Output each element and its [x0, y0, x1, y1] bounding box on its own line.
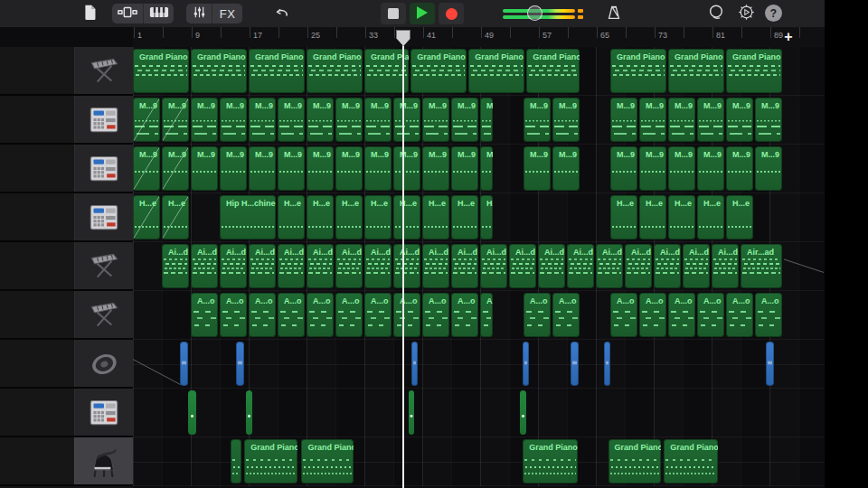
audio-region[interactable] [604, 342, 611, 386]
track-lane-2[interactable]: M...9M...9M...9M...9M...9M...9M...9M...9… [133, 96, 825, 145]
midi-region[interactable]: Grand Piano [244, 439, 297, 483]
midi-region[interactable]: M...9 [162, 146, 189, 191]
midi-region[interactable]: H...e [639, 195, 666, 239]
midi-region[interactable]: Grand Piano [668, 49, 724, 93]
midi-region[interactable]: A...o [524, 293, 551, 337]
midi-region[interactable]: Ai...d [422, 244, 449, 288]
midi-region[interactable]: Ai...d [278, 244, 305, 288]
midi-region[interactable]: Air...ad [741, 244, 782, 288]
midi-region[interactable]: M...9 [639, 98, 666, 142]
midi-region[interactable]: H...e [451, 195, 478, 239]
midi-region[interactable]: A...o [480, 293, 493, 337]
midi-region[interactable]: Ai...d [625, 244, 652, 288]
midi-region[interactable]: Ai...d [249, 244, 276, 288]
midi-region[interactable]: H...e [610, 195, 637, 239]
midi-region[interactable] [246, 390, 253, 435]
midi-region[interactable]: M...9 [220, 146, 247, 191]
midi-region[interactable]: M...9 [335, 98, 363, 142]
midi-region[interactable]: H...e [278, 195, 305, 239]
midi-region[interactable]: Ai...d [393, 244, 420, 288]
midi-region[interactable]: A...o [552, 293, 580, 337]
midi-region[interactable]: H...e [335, 195, 363, 239]
track-header-2[interactable] [0, 96, 133, 145]
midi-region[interactable]: M...9 [726, 146, 753, 191]
track-header-8[interactable] [0, 389, 133, 437]
help-button[interactable]: ? [765, 5, 782, 22]
timeline-ruler[interactable]: + 1917253341495765738189 [133, 27, 825, 47]
midi-region[interactable]: M...9 [552, 98, 580, 142]
midi-region[interactable]: Grand Piano [468, 49, 524, 93]
tracks-view-button[interactable] [112, 4, 143, 23]
midi-region[interactable]: A...o [697, 293, 724, 337]
midi-region[interactable]: Ai...d [654, 244, 681, 288]
play-button[interactable] [410, 3, 435, 24]
midi-region[interactable]: M...9 [755, 146, 782, 191]
midi-region[interactable]: H...e [393, 195, 420, 239]
midi-region[interactable]: M...9 [335, 146, 363, 191]
midi-region[interactable]: M...9 [697, 146, 724, 191]
midi-region[interactable]: M...9 [278, 98, 305, 142]
midi-region[interactable]: M...9 [220, 98, 247, 142]
midi-region[interactable]: Ai...d [191, 244, 218, 288]
audio-region[interactable] [236, 342, 243, 386]
instrument-view-button[interactable] [143, 4, 174, 23]
midi-region[interactable]: M...9 [364, 146, 392, 191]
midi-region[interactable]: Grand Piano [191, 49, 247, 93]
midi-region[interactable]: Ai...d [220, 244, 247, 288]
midi-region[interactable]: Ai...d [567, 244, 594, 288]
audio-region[interactable] [523, 342, 529, 386]
midi-region[interactable]: M...9 [480, 146, 493, 191]
midi-region[interactable]: H...e [480, 195, 493, 239]
midi-region[interactable]: M...9 [422, 98, 449, 142]
midi-region[interactable]: A...o [191, 293, 218, 337]
midi-region[interactable]: M...9 [610, 146, 637, 191]
volume-knob[interactable] [527, 5, 542, 21]
track-lane-8[interactable] [133, 389, 825, 437]
midi-region[interactable]: Ai...d [364, 244, 392, 288]
fx-button[interactable]: FX [212, 4, 242, 23]
midi-region[interactable]: M...9 [668, 146, 695, 191]
track-lane-3[interactable]: M...9M...9M...9M...9M...9M...9M...9M...9… [133, 145, 825, 193]
midi-region[interactable]: M...9 [422, 146, 449, 191]
midi-region[interactable]: M...9 [162, 98, 189, 142]
midi-region[interactable]: H...e [364, 195, 392, 239]
midi-region[interactable]: M...9 [191, 146, 218, 191]
track-header-4[interactable] [0, 193, 133, 242]
midi-region[interactable]: Ai...d [596, 244, 623, 288]
midi-region[interactable]: Grand Piano [307, 49, 363, 93]
midi-region[interactable]: M...9 [307, 98, 334, 142]
midi-region[interactable]: M...9 [726, 98, 753, 142]
midi-region[interactable]: Grand Piano [609, 439, 662, 483]
midi-region[interactable]: M...9 [639, 146, 666, 191]
midi-region[interactable]: A...o [422, 293, 449, 337]
record-button[interactable] [439, 3, 464, 24]
midi-region[interactable]: M...9 [668, 98, 695, 142]
track-lane-6[interactable]: A...oA...oA...oA...oA...oA...oA...oA...o… [133, 291, 825, 340]
track-lane-4[interactable]: H...eH...eHip H...chineH...eH...eH...eH.… [133, 193, 825, 242]
midi-region[interactable]: H...e [162, 195, 189, 239]
midi-region[interactable]: A...o [393, 293, 420, 337]
settings-button[interactable] [734, 3, 758, 24]
midi-region[interactable]: Ai...d [683, 244, 710, 288]
track-header-7[interactable] [0, 340, 133, 389]
midi-region[interactable]: Ai...d [162, 244, 189, 288]
audio-region[interactable] [571, 342, 579, 386]
midi-region[interactable]: A...o [726, 293, 753, 337]
midi-region[interactable]: A...o [335, 293, 363, 337]
midi-region[interactable]: A...o [639, 293, 666, 337]
master-volume-slider[interactable] [503, 7, 584, 20]
midi-region[interactable]: H...e [697, 195, 724, 239]
midi-region[interactable]: Grand Piano [249, 49, 305, 93]
midi-region[interactable]: M...9 [278, 146, 305, 191]
midi-region[interactable]: A...o [755, 293, 782, 337]
midi-region[interactable]: Ai...d [712, 244, 739, 288]
midi-region[interactable]: A...o [278, 293, 305, 337]
midi-region[interactable] [231, 439, 241, 483]
midi-region[interactable]: Grand Piano [301, 439, 354, 483]
midi-region[interactable]: M...9 [133, 98, 160, 142]
track-lane-1[interactable]: Grand PianoGrand PianoGrand PianoGrand P… [133, 47, 825, 96]
midi-region[interactable]: Ai...d [307, 244, 334, 288]
audio-region[interactable] [180, 342, 188, 386]
tracks-area[interactable]: Grand PianoGrand PianoGrand PianoGrand P… [133, 47, 825, 488]
midi-region[interactable] [188, 390, 196, 435]
